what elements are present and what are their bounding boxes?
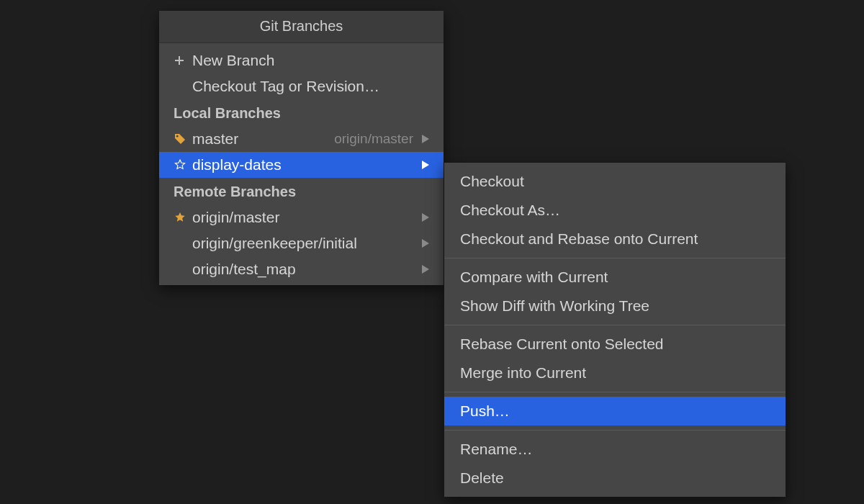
menu-divider bbox=[444, 258, 786, 258]
chevron-right-icon bbox=[419, 135, 429, 143]
star-filled-icon bbox=[174, 211, 192, 224]
local-branch-display-dates[interactable]: display-dates bbox=[159, 152, 444, 178]
git-branches-popup: Git Branches New Branch Checkout Tag or … bbox=[159, 11, 444, 285]
new-branch-item[interactable]: New Branch bbox=[159, 48, 444, 73]
action-delete[interactable]: Delete bbox=[444, 464, 786, 492]
tag-icon bbox=[174, 132, 192, 145]
action-push[interactable]: Push… bbox=[444, 397, 786, 426]
branch-name: origin/test_map bbox=[192, 261, 419, 278]
branch-actions-submenu: Checkout Checkout As… Checkout and Rebas… bbox=[444, 163, 786, 497]
action-compare[interactable]: Compare with Current bbox=[444, 263, 786, 292]
action-checkout-as[interactable]: Checkout As… bbox=[444, 196, 786, 225]
chevron-right-icon bbox=[419, 161, 429, 169]
branch-name: origin/greenkeeper/initial bbox=[192, 235, 419, 252]
svg-point-0 bbox=[176, 135, 179, 138]
chevron-right-icon bbox=[419, 239, 429, 248]
chevron-right-icon bbox=[419, 265, 429, 274]
remote-branch-test-map[interactable]: origin/test_map bbox=[159, 256, 444, 282]
branch-name: display-dates bbox=[192, 156, 419, 174]
remote-branch-origin-master[interactable]: origin/master bbox=[159, 204, 444, 230]
branch-name: origin/master bbox=[192, 209, 419, 226]
svg-marker-5 bbox=[422, 265, 429, 274]
menu-divider bbox=[444, 325, 786, 325]
popup-title: Git Branches bbox=[159, 11, 444, 43]
action-rename[interactable]: Rename… bbox=[444, 435, 786, 464]
action-rebase-onto[interactable]: Rebase Current onto Selected bbox=[444, 330, 786, 359]
action-checkout-rebase[interactable]: Checkout and Rebase onto Current bbox=[444, 225, 786, 253]
local-branch-master[interactable]: master origin/master bbox=[159, 126, 444, 152]
svg-marker-3 bbox=[422, 213, 429, 222]
action-checkout[interactable]: Checkout bbox=[444, 167, 786, 196]
svg-marker-2 bbox=[422, 161, 429, 169]
plus-icon bbox=[174, 55, 192, 66]
remote-branch-greenkeeper[interactable]: origin/greenkeeper/initial bbox=[159, 230, 444, 256]
chevron-right-icon bbox=[419, 213, 429, 222]
svg-marker-4 bbox=[422, 239, 429, 248]
star-outline-icon bbox=[174, 158, 192, 171]
remote-branches-header: Remote Branches bbox=[159, 178, 444, 204]
menu-item-label: New Branch bbox=[192, 52, 429, 69]
action-merge[interactable]: Merge into Current bbox=[444, 359, 786, 387]
local-branches-header: Local Branches bbox=[159, 99, 444, 126]
svg-marker-1 bbox=[422, 135, 429, 143]
action-diff-tree[interactable]: Show Diff with Working Tree bbox=[444, 292, 786, 320]
menu-item-label: Checkout Tag or Revision… bbox=[192, 78, 429, 95]
branch-name: master bbox=[192, 130, 334, 148]
tracking-branch: origin/master bbox=[334, 131, 413, 147]
checkout-tag-item[interactable]: Checkout Tag or Revision… bbox=[159, 73, 444, 99]
menu-divider bbox=[444, 430, 786, 431]
menu-divider bbox=[444, 392, 786, 392]
